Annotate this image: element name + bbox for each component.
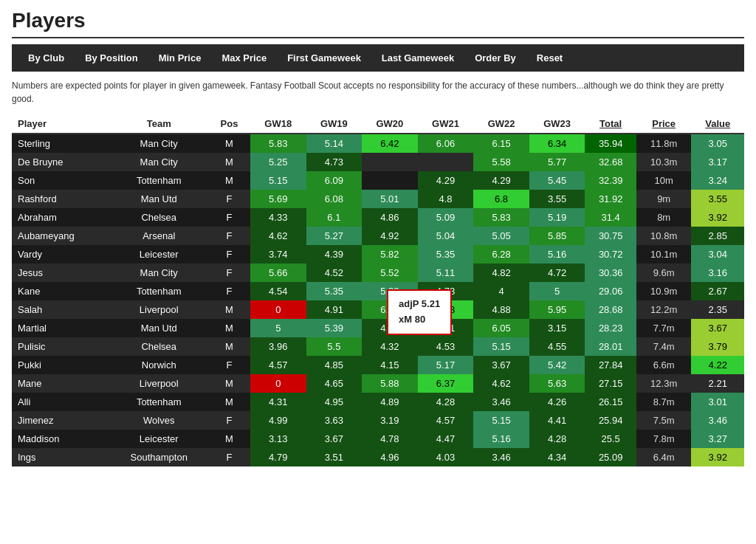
table-row: MaddisonLeicesterM3.133.674.784.475.164.… <box>12 430 744 448</box>
cell-team: Man City <box>109 264 208 282</box>
cell-pos: F <box>208 190 250 208</box>
table-row: KaneTottenhamF4.545.355.384.784529.0610.… <box>12 282 744 300</box>
cell-gw18: 4.54 <box>250 282 306 300</box>
cell-total: 27.84 <box>585 356 636 374</box>
col-header-total[interactable]: Total <box>585 114 636 134</box>
cell-player: Ings <box>12 448 109 466</box>
cell-team: Leicester <box>109 430 208 448</box>
cell-pos: M <box>208 337 250 356</box>
cell-total: 35.94 <box>585 134 636 153</box>
cell-gw21: 5.09 <box>418 208 474 227</box>
cell-gw23: 6.34 <box>529 134 585 153</box>
toolbar-btn-order-by[interactable]: Order By <box>464 49 526 67</box>
cell-value: 3.92 <box>691 208 744 227</box>
table-row: AbrahamChelseaF4.336.14.865.095.835.1931… <box>12 208 744 227</box>
cell-total: 25.09 <box>585 448 636 466</box>
col-header-value[interactable]: Value <box>691 114 744 134</box>
table-header-row: PlayerTeamPosGW18GW19GW20GW21GW22GW23Tot… <box>12 114 744 134</box>
cell-gw20: 5.38 <box>362 282 418 300</box>
cell-price: 9.6m <box>636 264 692 282</box>
table-row: AlliTottenhamM4.314.954.894.283.464.2626… <box>12 393 744 411</box>
cell-gw21: 5.11 <box>418 264 474 282</box>
cell-gw22: 3.46 <box>473 448 529 466</box>
table-row: SonTottenhamM5.156.094.294.295.4532.3910… <box>12 171 744 190</box>
cell-gw18: 5 <box>250 319 306 337</box>
cell-gw23: 5.45 <box>529 171 585 190</box>
cell-gw23: 3.15 <box>529 319 585 337</box>
cell-pos: M <box>208 300 250 319</box>
cell-gw23: 5.63 <box>529 374 585 393</box>
cell-gw18: 4.31 <box>250 393 306 411</box>
cell-gw20: 4.89 <box>362 393 418 411</box>
cell-gw21: 4.21 <box>418 319 474 337</box>
cell-gw19: 3.51 <box>306 448 362 466</box>
cell-gw20: 4.78 <box>362 430 418 448</box>
table-row: RashfordMan UtdF5.696.085.014.86.83.5531… <box>12 190 744 208</box>
cell-gw20: 4.42 <box>362 319 418 337</box>
toolbar-btn-max-price[interactable]: Max Price <box>211 49 277 67</box>
table-row: MartialMan UtdM55.394.424.216.053.1528.2… <box>12 319 744 337</box>
cell-gw21: 4.03 <box>418 448 474 466</box>
cell-player: Pulisic <box>12 337 109 356</box>
cell-gw19: 5.39 <box>306 319 362 337</box>
cell-gw19: 4.73 <box>306 153 362 171</box>
toolbar-btn-first-gameweek[interactable]: First Gameweek <box>277 49 371 67</box>
cell-gw18: 0 <box>250 374 306 393</box>
cell-gw20: 6.42 <box>362 134 418 153</box>
cell-gw23: 4.26 <box>529 393 585 411</box>
toolbar-btn-min-price[interactable]: Min Price <box>148 49 212 67</box>
table-row: PulisicChelseaM3.965.54.324.535.154.5528… <box>12 337 744 356</box>
cell-pos: F <box>208 411 250 430</box>
cell-player: Sterling <box>12 134 109 153</box>
cell-pos: F <box>208 448 250 466</box>
cell-gw20: 6.21 <box>362 300 418 319</box>
cell-team: Tottenham <box>109 171 208 190</box>
col-header-player: Player <box>12 114 109 134</box>
table-body: SterlingMan CityM5.835.146.426.066.156.3… <box>12 134 744 466</box>
cell-gw19: 4.95 <box>306 393 362 411</box>
cell-price: 7.8m <box>636 430 692 448</box>
col-header-price[interactable]: Price <box>636 114 692 134</box>
cell-gw21: 4.78 <box>418 282 474 300</box>
cell-value: 4.22 <box>691 356 744 374</box>
cell-price: 10.3m <box>636 153 692 171</box>
cell-price: 8.7m <box>636 393 692 411</box>
cell-gw19: 5.5 <box>306 337 362 356</box>
cell-gw23: 3.55 <box>529 190 585 208</box>
toolbar-btn-by-position[interactable]: By Position <box>75 49 148 67</box>
cell-gw20: 4.32 <box>362 337 418 356</box>
cell-pos: F <box>208 264 250 282</box>
cell-gw23: 4.72 <box>529 264 585 282</box>
cell-gw18: 5.25 <box>250 153 306 171</box>
cell-price: 7.4m <box>636 337 692 356</box>
cell-pos: M <box>208 319 250 337</box>
cell-total: 31.4 <box>585 208 636 227</box>
cell-gw21: 5.35 <box>418 245 474 264</box>
table-row: PukkiNorwichF4.574.854.155.173.675.4227.… <box>12 356 744 374</box>
cell-gw20: 4.92 <box>362 227 418 245</box>
cell-pos: M <box>208 374 250 393</box>
cell-price: 10m <box>636 171 692 190</box>
cell-gw19: 5.35 <box>306 282 362 300</box>
cell-team: Norwich <box>109 356 208 374</box>
table-row: SterlingMan CityM5.835.146.426.066.156.3… <box>12 134 744 153</box>
table-row: VardyLeicesterF3.744.395.825.356.285.163… <box>12 245 744 264</box>
toolbar-btn-by-club[interactable]: By Club <box>18 49 75 67</box>
cell-value: 3.01 <box>691 393 744 411</box>
cell-gw19: 4.52 <box>306 264 362 282</box>
cell-gw19: 6.08 <box>306 190 362 208</box>
cell-team: Man City <box>109 134 208 153</box>
cell-team: Man City <box>109 153 208 171</box>
cell-gw18: 4.99 <box>250 411 306 430</box>
cell-total: 30.36 <box>585 264 636 282</box>
toolbar-btn-reset[interactable]: Reset <box>526 49 573 67</box>
cell-player: Jesus <box>12 264 109 282</box>
toolbar-btn-last-gameweek[interactable]: Last Gameweek <box>371 49 464 67</box>
cell-player: Mane <box>12 374 109 393</box>
cell-value: 2.21 <box>691 374 744 393</box>
cell-player: Pukki <box>12 356 109 374</box>
cell-gw18: 4.33 <box>250 208 306 227</box>
cell-value: 3.46 <box>691 411 744 430</box>
cell-gw23: 5.85 <box>529 227 585 245</box>
cell-value: 3.04 <box>691 245 744 264</box>
